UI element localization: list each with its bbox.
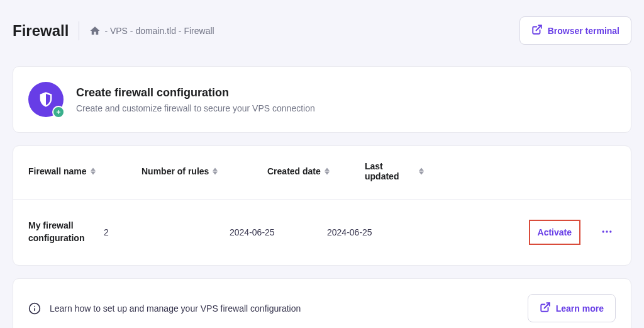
divider — [79, 21, 79, 40]
page-header: Firewall - VPS - domain.tld - Firewall B… — [13, 10, 631, 51]
cell-actions: Activate — [415, 220, 616, 245]
create-firewall-card[interactable]: Create firewall configuration Create and… — [13, 66, 631, 133]
th-number-of-rules[interactable]: Number of rules — [142, 161, 267, 181]
more-options-button[interactable] — [598, 223, 616, 242]
cell-firewall-name: My firewall configuration — [28, 220, 104, 244]
dots-horizontal-icon — [601, 225, 613, 240]
page-title: Firewall — [13, 22, 69, 40]
table-header: Firewall name Number of rules Created da… — [13, 146, 631, 199]
svg-line-9 — [544, 303, 549, 308]
th-created-date[interactable]: Created date — [267, 161, 365, 181]
external-link-icon — [531, 24, 543, 37]
svg-point-4 — [606, 230, 608, 232]
breadcrumb-text: - VPS - domain.tld - Firewall — [104, 26, 214, 36]
th-firewall-name[interactable]: Firewall name — [28, 161, 142, 181]
firewall-table: Firewall name Number of rules Created da… — [13, 145, 631, 266]
info-icon — [28, 302, 41, 315]
create-title: Create firewall configuration — [76, 86, 315, 99]
plus-icon — [52, 106, 65, 118]
browser-terminal-label: Browser terminal — [548, 26, 619, 36]
sort-icon — [325, 167, 330, 175]
cell-number-of-rules: 2 — [104, 227, 230, 237]
svg-point-3 — [602, 230, 604, 232]
create-text: Create firewall configuration Create and… — [76, 86, 315, 113]
browser-terminal-button[interactable]: Browser terminal — [519, 16, 631, 45]
learn-more-card: Learn how to set up and manage your VPS … — [13, 278, 631, 328]
cell-created-date: 2024-06-25 — [230, 227, 327, 237]
sort-icon — [91, 167, 96, 175]
th-last-updated[interactable]: Last updated — [365, 161, 453, 181]
sort-icon — [213, 167, 218, 175]
svg-point-5 — [609, 230, 611, 232]
activate-button[interactable]: Activate — [529, 220, 580, 245]
header-left: Firewall - VPS - domain.tld - Firewall — [13, 21, 214, 40]
svg-line-0 — [536, 25, 541, 30]
learn-more-button[interactable]: Learn more — [528, 294, 616, 322]
table-row: My firewall configuration 2 2024-06-25 2… — [13, 199, 631, 265]
cell-last-updated: 2024-06-25 — [327, 227, 415, 237]
learn-left: Learn how to set up and manage your VPS … — [28, 302, 301, 315]
create-desc: Create and customize firewall to secure … — [76, 103, 315, 113]
home-icon — [89, 25, 101, 37]
learn-more-label: Learn more — [556, 303, 604, 314]
breadcrumb[interactable]: - VPS - domain.tld - Firewall — [89, 25, 214, 37]
sort-icon — [419, 167, 424, 175]
shield-icon — [28, 82, 64, 117]
external-link-icon — [540, 302, 551, 315]
learn-text: Learn how to set up and manage your VPS … — [50, 303, 301, 314]
